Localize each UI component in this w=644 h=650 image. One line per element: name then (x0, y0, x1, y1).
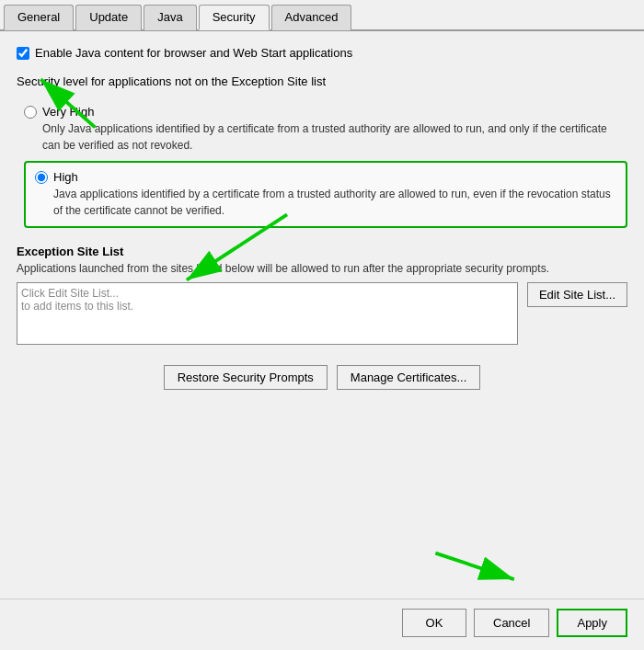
radio-high-desc: Java applications identified by a certif… (53, 186, 616, 219)
radio-section: Very High Only Java applications identif… (24, 105, 627, 228)
manage-certificates-button[interactable]: Manage Certificates... (337, 365, 480, 390)
radio-high[interactable] (35, 171, 48, 184)
radio-header-high: High (35, 170, 616, 184)
exception-title: Exception Site List (17, 245, 627, 258)
tab-security[interactable]: Security (199, 5, 270, 30)
action-buttons-row: Restore Security Prompts Manage Certific… (17, 365, 627, 390)
radio-option-high: High Java applications identified by a c… (24, 161, 627, 228)
tab-update[interactable]: Update (75, 5, 142, 30)
exception-row: Edit Site List... (17, 282, 627, 345)
content-area: Enable Java content for browser and Web … (0, 31, 644, 599)
svg-line-5 (435, 553, 513, 579)
security-level-label: Security level for applications not on t… (17, 74, 627, 88)
enable-java-checkbox[interactable] (17, 47, 29, 60)
enable-java-row: Enable Java content for browser and Web … (17, 46, 627, 60)
edit-site-button[interactable]: Edit Site List... (527, 282, 627, 307)
tab-general[interactable]: General (4, 5, 74, 30)
radio-option-very-high: Very High Only Java applications identif… (24, 105, 627, 154)
cancel-button[interactable]: Cancel (474, 609, 549, 637)
tab-advanced[interactable]: Advanced (271, 5, 352, 30)
exception-textarea[interactable] (17, 282, 518, 345)
radio-very-high-desc: Only Java applications identified by a c… (42, 120, 627, 154)
bottom-buttons: OK Cancel Apply (0, 599, 644, 650)
radio-high-label: High (53, 170, 78, 184)
radio-very-high-label: Very High (42, 105, 94, 119)
apply-button[interactable]: Apply (557, 609, 627, 637)
ok-button[interactable]: OK (402, 609, 466, 637)
tab-bar: General Update Java Security Advanced (0, 0, 644, 31)
radio-header-very-high: Very High (24, 105, 627, 119)
radio-very-high[interactable] (24, 106, 37, 119)
restore-security-prompts-button[interactable]: Restore Security Prompts (164, 365, 328, 390)
exception-section: Exception Site List Applications launche… (17, 245, 627, 345)
dialog: General Update Java Security Advanced En… (0, 0, 644, 650)
exception-desc: Applications launched from the sites lis… (17, 262, 627, 275)
tab-java[interactable]: Java (144, 5, 196, 30)
enable-java-label: Enable Java content for browser and Web … (35, 46, 352, 60)
